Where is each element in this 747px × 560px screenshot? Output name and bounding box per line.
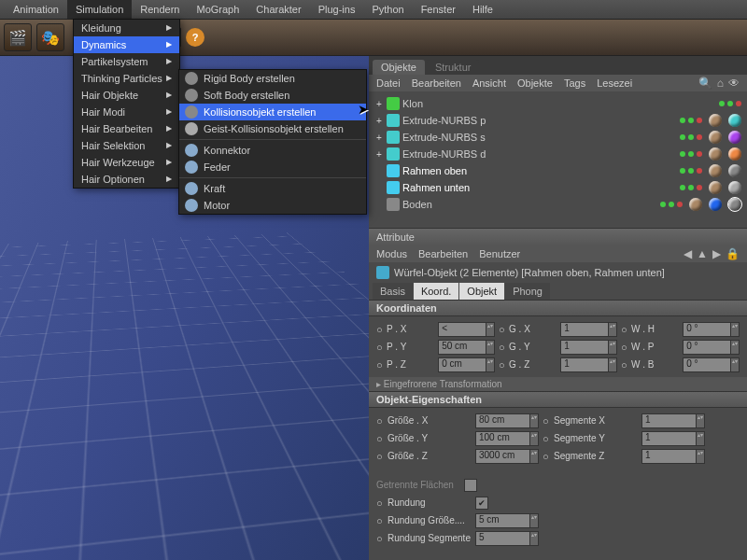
attrtab-phong[interactable]: Phong [505, 283, 550, 300]
dynmenu-item[interactable]: Soft Body erstellen [179, 87, 366, 104]
dynmenu-item[interactable]: Geist-Kollisionsobjekt erstellen [179, 120, 366, 137]
dynmenu-item[interactable]: Rigid Body erstellen [179, 70, 366, 87]
search-icon[interactable]: 🔍 [698, 77, 712, 90]
input-gy[interactable]: 1▴▾ [560, 340, 617, 355]
attrtab-basis[interactable]: Basis [373, 283, 413, 300]
attribute-title: Attribute [369, 228, 747, 245]
attrtab-koord.[interactable]: Koord. [414, 283, 458, 300]
nav-fwd-icon[interactable]: ▶ [712, 247, 721, 260]
section-koordinaten: Koordinaten [369, 300, 747, 316]
dynmenu-item[interactable]: Konnektor [179, 142, 366, 159]
cursor-icon: ➤ [358, 102, 369, 117]
dynamics-submenu: Rigid Body erstellenSoft Body erstellenK… [178, 69, 367, 215]
checkbox-rundung[interactable]: ✔ [475, 497, 488, 510]
dynmenu-item[interactable]: Feder [179, 159, 366, 175]
tab-objekte[interactable]: Objekte [373, 60, 425, 75]
toolbar-clapper-icon[interactable]: 🎬 [4, 23, 32, 51]
object-row[interactable]: +Extrude-NURBS d [374, 146, 741, 162]
object-row[interactable]: Boden [374, 196, 741, 213]
input-wb[interactable]: 0 °▴▾ [683, 357, 740, 372]
simmenu-item[interactable]: Hair Optionen▶ [74, 171, 179, 188]
object-row[interactable]: +Extrude-NURBS s [374, 129, 741, 146]
objmenu-lesezei[interactable]: Lesezei [597, 77, 632, 89]
simmenu-item[interactable]: Hair Selektion▶ [74, 137, 179, 154]
input-rundung-segmente[interactable]: 5▴▾ [475, 531, 539, 546]
objmenu-tags[interactable]: Tags [564, 77, 585, 89]
menu-fenster[interactable]: Fenster [413, 0, 464, 19]
objmenu-bearbeiten[interactable]: Bearbeiten [412, 77, 461, 89]
lock-icon[interactable]: 🔒 [726, 247, 740, 260]
simulation-menu: Kleidung▶Dynamics▶Partikelsystem▶Thinkin… [73, 19, 180, 189]
menu-charakter[interactable]: Charakter [247, 0, 309, 19]
objmenu-objekte[interactable]: Objekte [517, 77, 553, 89]
input-wp[interactable]: 0 °▴▾ [683, 340, 740, 355]
attrmenu-bearbeiten[interactable]: Bearbeiten [418, 248, 468, 259]
frozen-transform[interactable]: ▸ Eingefrorene Transformation [369, 377, 747, 391]
dynmenu-item[interactable]: Kraft [179, 180, 366, 197]
panel-tabs: Objekte Struktur [369, 56, 747, 75]
input-pz[interactable]: 0 cm▴▾ [438, 357, 495, 372]
menu-animation[interactable]: Animation [5, 0, 67, 19]
menu-plug-ins[interactable]: Plug-ins [310, 0, 364, 19]
input-sz[interactable]: 1▴▾ [641, 449, 705, 464]
input-px[interactable]: <▴▾ [438, 322, 495, 337]
menu-rendern[interactable]: Rendern [132, 0, 188, 19]
attribute-object-desc: Würfel-Objekt (2 Elemente) [Rahmen oben,… [369, 262, 747, 283]
help-icon[interactable]: ? [186, 28, 204, 47]
section-objekt-eigenschaften: Objekt-Eigenschaften [369, 391, 747, 408]
input-py[interactable]: 50 cm▴▾ [438, 340, 495, 355]
objmenu-datei[interactable]: Datei [376, 77, 401, 89]
toolbar-stage-icon[interactable]: 🎭 [36, 23, 64, 51]
menu-hilfe[interactable]: Hilfe [464, 0, 501, 19]
simmenu-item[interactable]: Dynamics▶ [74, 36, 179, 53]
cube-icon [376, 266, 389, 279]
tab-struktur[interactable]: Struktur [427, 60, 480, 75]
attribute-menubar: ModusBearbeitenBenutzer ◀ ▲ ▶ 🔒 [369, 245, 747, 262]
attribute-tabs: BasisKoord.ObjektPhong [369, 283, 747, 300]
object-row[interactable]: +Extrude-NURBS p [374, 112, 741, 129]
object-row[interactable]: +Klon [374, 95, 741, 112]
objects-menubar: DateiBearbeitenAnsichtObjekteTagsLesezei… [369, 75, 747, 91]
input-wh[interactable]: 0 °▴▾ [683, 322, 740, 337]
menu-mograph[interactable]: MoGraph [188, 0, 247, 19]
dynmenu-item[interactable]: Kollisionsobjekt erstellen [179, 104, 366, 120]
object-row[interactable]: Rahmen unten [374, 179, 741, 196]
attrmenu-modus[interactable]: Modus [376, 248, 407, 259]
object-desc-text: Würfel-Objekt (2 Elemente) [Rahmen oben,… [394, 267, 665, 278]
input-gz[interactable]: 3000 cm▴▾ [475, 449, 539, 464]
input-gz[interactable]: 1▴▾ [560, 357, 617, 372]
main-menubar: AnimationSimulationRendernMoGraphCharakt… [0, 0, 747, 19]
home-icon[interactable]: ⌂ [717, 77, 724, 90]
simmenu-item[interactable]: Partikelsystem▶ [74, 53, 179, 70]
simmenu-item[interactable]: Thinking Particles▶ [74, 70, 179, 87]
object-row[interactable]: Rahmen oben [374, 162, 741, 179]
attrtab-objekt[interactable]: Objekt [459, 283, 504, 300]
dynmenu-item[interactable]: Motor [179, 197, 366, 214]
attrmenu-benutzer[interactable]: Benutzer [479, 248, 520, 259]
menu-python[interactable]: Python [363, 0, 412, 19]
checkbox-getrennte-flaechen[interactable] [464, 479, 477, 492]
input-gx[interactable]: 80 cm▴▾ [475, 413, 539, 428]
label-rundung: Rundung [388, 497, 472, 508]
label-rundung-groesse: Rundung Größe.... [388, 515, 472, 525]
object-manager: +Klon+Extrude-NURBS p+Extrude-NURBS s+Ex… [369, 91, 747, 228]
simmenu-item[interactable]: Kleidung▶ [74, 20, 179, 36]
nav-back-icon[interactable]: ◀ [684, 247, 692, 260]
objmenu-ansicht[interactable]: Ansicht [472, 77, 506, 89]
simmenu-item[interactable]: Hair Werkzeuge▶ [74, 154, 179, 171]
simmenu-item[interactable]: Hair Bearbeiten▶ [74, 120, 179, 137]
simmenu-item[interactable]: Hair Objekte▶ [74, 87, 179, 104]
input-rundung-groesse[interactable]: 5 cm▴▾ [475, 513, 539, 528]
input-sy[interactable]: 1▴▾ [641, 431, 705, 446]
label-rundung-segmente: Rundung Segmente [388, 533, 472, 543]
simmenu-item[interactable]: Hair Modi▶ [74, 104, 179, 120]
input-sx[interactable]: 1▴▾ [641, 413, 705, 428]
nav-up-icon[interactable]: ▲ [697, 247, 708, 260]
input-gy[interactable]: 100 cm▴▾ [475, 431, 539, 446]
input-gx[interactable]: 1▴▾ [560, 322, 617, 337]
view-icon[interactable]: 👁 [728, 77, 740, 90]
menu-simulation[interactable]: Simulation [67, 0, 132, 19]
label-getrennte-flaechen: Getrennte Flächen [376, 480, 460, 490]
